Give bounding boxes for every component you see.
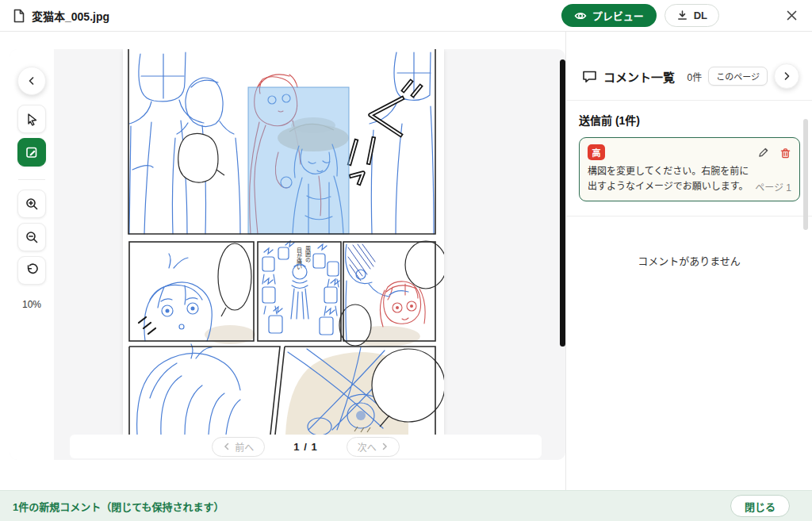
- rotate-ccw-icon: [25, 263, 39, 278]
- zoom-in-icon: [25, 197, 39, 211]
- prev-page-label: 前へ: [235, 440, 254, 454]
- viewer-canvas[interactable]: 周囲の 目が痛い: [54, 49, 565, 460]
- title-bar: 変猫本_005.jpg プレビュー DL: [0, 0, 812, 32]
- zoom-in-button[interactable]: [17, 190, 46, 218]
- select-tool-button[interactable]: [17, 105, 46, 133]
- eye-icon: [574, 10, 587, 21]
- comment-card[interactable]: 高 構図を変更してください。右腕を前に出すようなイメージでお願いします。 ページ…: [579, 137, 800, 201]
- no-comments-message: コメントがありません: [566, 216, 812, 268]
- panel-scrollbar[interactable]: [803, 119, 808, 230]
- this-page-filter-button[interactable]: このページ: [708, 67, 768, 86]
- edit-pen-icon: [25, 145, 39, 159]
- chevron-right-icon: [782, 71, 791, 81]
- zoom-out-button[interactable]: [17, 223, 46, 251]
- file-title: 変猫本_005.jpg: [13, 8, 109, 24]
- cursor-icon: [25, 112, 39, 126]
- edit-comment-button[interactable]: [757, 147, 769, 159]
- comments-panel-title: コメント一覧: [603, 68, 675, 85]
- manga-sketch: 周囲の 目が痛い: [123, 49, 444, 435]
- comment-page-ref: ページ 1: [755, 180, 791, 193]
- chevron-right-icon: [381, 442, 389, 450]
- download-label: DL: [694, 10, 707, 21]
- preview-label: プレビュー: [592, 8, 644, 23]
- download-icon: [676, 10, 688, 21]
- comment-count: 0件: [688, 70, 703, 83]
- close-button[interactable]: 閉じる: [730, 495, 790, 517]
- bottom-status-bar: 1件の新規コメント（閉じても保持されます） 閉じる: [0, 490, 812, 521]
- zoom-out-icon: [25, 230, 39, 244]
- image-viewer: 周囲の 目が痛い: [10, 49, 565, 460]
- download-button[interactable]: DL: [665, 4, 719, 27]
- new-comment-status: 1件の新規コメント（閉じても保持されます）: [13, 499, 224, 514]
- annotate-tool-button[interactable]: [17, 138, 46, 167]
- page-navigation: 前へ 1 / 1 次へ: [70, 435, 542, 458]
- reset-rotate-button[interactable]: [17, 256, 46, 285]
- preview-button[interactable]: プレビュー: [561, 4, 657, 27]
- zoom-level-indicator: 10%: [22, 299, 41, 310]
- left-toolbar: 10%: [10, 49, 54, 460]
- close-icon[interactable]: [784, 8, 799, 23]
- crowd-inner-monologue-col2: 目が痛い: [297, 247, 303, 270]
- pending-comments-section: 送信前 (1件) 高 構図を変更してください。右腕を前に出すようなイメージでお願…: [566, 101, 812, 216]
- collapse-panel-button[interactable]: [774, 63, 799, 89]
- prev-page-button[interactable]: 前へ: [212, 437, 265, 457]
- back-button[interactable]: [17, 67, 46, 95]
- trash-icon: [779, 147, 791, 159]
- toolbar-divider: [18, 179, 45, 180]
- pencil-icon: [757, 147, 769, 159]
- manga-page-image[interactable]: 周囲の 目が痛い: [123, 49, 444, 435]
- crowd-inner-monologue-col1: 周囲の: [305, 246, 312, 262]
- pending-comments-header: 送信前 (1件): [579, 112, 800, 128]
- viewer-scrollbar[interactable]: [560, 59, 565, 347]
- next-page-button[interactable]: 次へ: [347, 437, 400, 457]
- file-name: 変猫本_005.jpg: [32, 8, 109, 24]
- delete-comment-button[interactable]: [779, 147, 791, 159]
- chevron-left-icon: [27, 76, 36, 86]
- main-area: 周囲の 目が痛い: [0, 32, 812, 490]
- comments-panel-header: コメント一覧 0件 このページ: [566, 32, 812, 101]
- comment-bubble-icon: [582, 70, 597, 83]
- file-icon: [13, 9, 25, 23]
- page-indicator: 1 / 1: [293, 441, 317, 453]
- comments-panel: コメント一覧 0件 このページ 送信前 (1件) 高: [565, 32, 812, 490]
- priority-badge: 高: [588, 144, 605, 160]
- chevron-left-icon: [223, 442, 231, 450]
- next-page-label: 次へ: [358, 440, 377, 454]
